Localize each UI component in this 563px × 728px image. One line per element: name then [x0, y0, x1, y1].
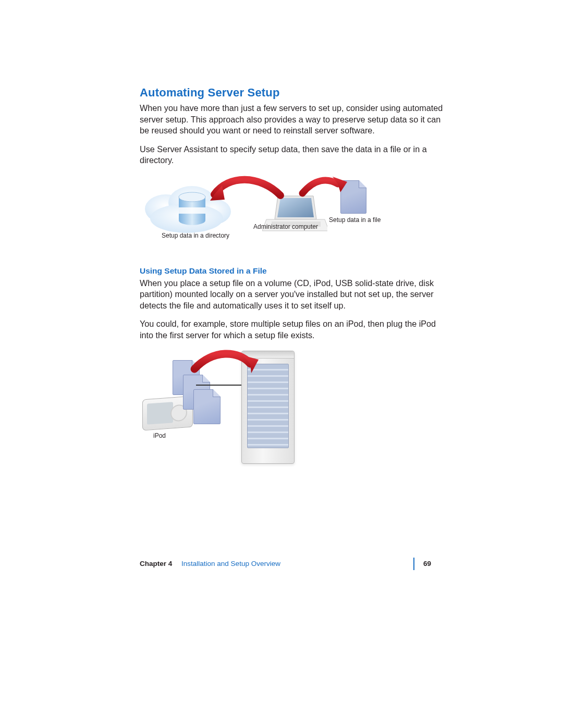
label-setup-directory: Setup data in a directory	[162, 232, 229, 239]
page-content: Automating Server Setup When you have mo…	[140, 86, 447, 484]
database-icon	[178, 192, 206, 226]
footer-page-number: 69	[423, 560, 431, 567]
paragraph-intro-2: Use Server Assistant to specify setup da…	[140, 144, 447, 166]
cable-icon	[196, 385, 246, 386]
label-setup-file: Setup data in a file	[329, 216, 381, 224]
svg-point-5	[179, 192, 205, 202]
figure-setup-data-flow: Setup data in a directory Administrator …	[140, 174, 447, 257]
server-rack-icon	[241, 351, 295, 464]
footer-divider	[413, 558, 414, 570]
heading-automating-server-setup: Automating Server Setup	[140, 86, 447, 100]
svg-point-6	[179, 216, 205, 225]
paragraph-file-2: You could, for example, store multiple s…	[140, 318, 447, 341]
footer-title: Installation and Setup Overview	[181, 560, 280, 567]
heading-using-setup-data-file: Using Setup Data Stored in a File	[140, 266, 447, 276]
figure-ipod-to-server: iPod	[140, 348, 447, 484]
svg-marker-9	[277, 198, 314, 217]
page-footer: Chapter 4 Installation and Setup Overvie…	[140, 560, 447, 567]
svg-rect-7	[179, 207, 205, 214]
paragraph-file-1: When you place a setup file on a volume …	[140, 278, 447, 312]
label-ipod: iPod	[153, 432, 166, 439]
file-fold-corner-icon	[359, 180, 366, 188]
paragraph-intro-1: When you have more than just a few serve…	[140, 103, 447, 137]
footer-chapter: Chapter 4	[140, 560, 172, 567]
file-icon	[340, 180, 366, 214]
label-admin-computer: Administrator computer	[253, 223, 318, 230]
